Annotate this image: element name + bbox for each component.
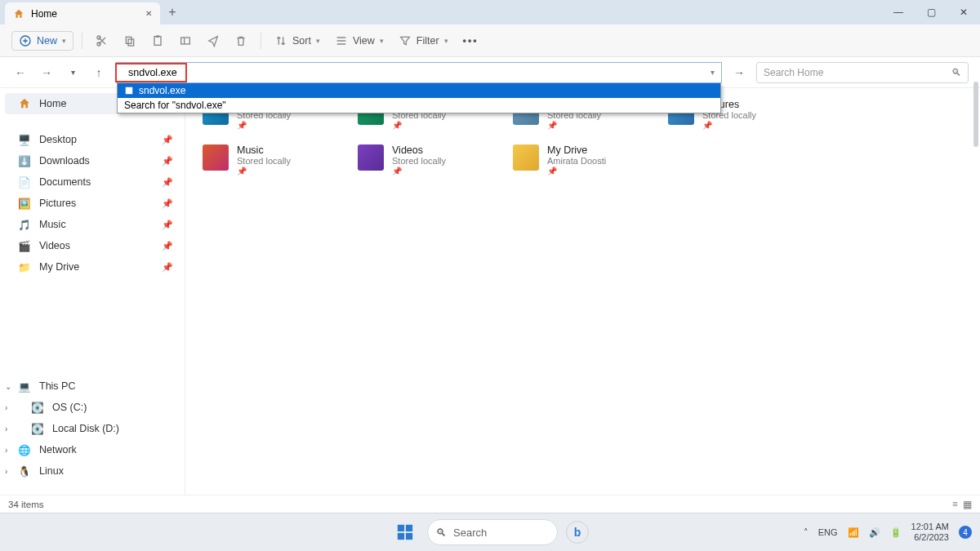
copy-button[interactable] <box>118 31 141 51</box>
filter-button[interactable]: Filter ▾ <box>394 31 453 51</box>
pin-icon: 📌 <box>162 156 173 167</box>
svg-rect-8 <box>126 87 132 94</box>
suggest-item-exe[interactable]: sndvol.exe <box>118 83 720 98</box>
suggest-item-search[interactable]: Search for "sndvol.exe" <box>118 98 720 113</box>
separator <box>261 33 261 49</box>
cut-button[interactable] <box>91 31 114 51</box>
search-box[interactable]: Search Home 🔍︎ <box>756 62 969 83</box>
trash-icon <box>234 34 247 47</box>
sort-button[interactable]: Sort ▾ <box>270 31 325 51</box>
drive-icon: 💽 <box>31 422 44 435</box>
sidebar-item-label: Linux <box>39 465 64 477</box>
sidebar-item-label: Music <box>39 219 66 230</box>
sidebar-this-pc-group: ⌄💻This PC ›💽OS (C:) ›💽Local Disk (D:) ›🌐… <box>0 375 185 482</box>
battery-icon[interactable]: 🔋 <box>890 527 902 538</box>
navigation-sidebar: Home 🖥️Desktop📌 ⬇️Downloads📌 📄Documents📌… <box>0 88 185 545</box>
pc-icon: 💻 <box>18 380 31 393</box>
sidebar-item-label: This PC <box>39 380 75 392</box>
close-window-button[interactable]: ✕ <box>947 0 980 24</box>
sidebar-item-label: Videos <box>39 240 70 251</box>
clock-date: 6/2/2023 <box>911 532 949 543</box>
start-button[interactable] <box>391 518 419 546</box>
pin-icon: 📌 <box>547 167 606 176</box>
sidebar-item-downloads[interactable]: ⬇️Downloads📌 <box>0 150 185 171</box>
svg-rect-10 <box>406 525 412 531</box>
paste-icon <box>151 34 164 47</box>
delete-button[interactable] <box>229 31 252 51</box>
title-bar: Home ✕ + — ▢ ✕ <box>0 0 980 24</box>
clock[interactable]: 12:01 AM 6/2/2023 <box>911 522 949 542</box>
folder-icon: 📁 <box>18 260 31 273</box>
filter-icon <box>399 34 412 47</box>
sidebar-item-drive-c[interactable]: ›💽OS (C:) <box>0 397 185 418</box>
up-button[interactable]: ↑ <box>90 64 108 82</box>
share-button[interactable] <box>202 31 225 51</box>
tab-home[interactable]: Home ✕ <box>5 2 160 24</box>
drive-icon: 💽 <box>31 401 44 414</box>
sort-icon <box>274 34 287 47</box>
language-indicator[interactable]: ENG <box>818 527 838 537</box>
new-button[interactable]: New ▾ <box>11 31 74 51</box>
plus-circle-icon <box>19 34 32 47</box>
notification-badge[interactable]: 4 <box>959 526 972 539</box>
tray-chevron-icon[interactable]: ˄ <box>804 527 808 538</box>
sidebar-item-drive-d[interactable]: ›💽Local Disk (D:) <box>0 418 185 439</box>
rename-button[interactable] <box>174 31 197 51</box>
sidebar-item-linux[interactable]: ›🐧Linux <box>0 460 185 482</box>
sort-label: Sort <box>292 35 311 47</box>
downloads-icon: ⬇️ <box>18 154 31 167</box>
address-bar[interactable]: ▾ sndvol.exe Search for "sndvol.exe" <box>116 62 722 83</box>
close-tab-icon[interactable]: ✕ <box>145 9 152 18</box>
sidebar-item-pictures[interactable]: 🖼️Pictures📌 <box>0 193 185 214</box>
forward-button[interactable]: → <box>38 64 56 82</box>
tab-title: Home <box>31 8 57 20</box>
sidebar-item-desktop[interactable]: 🖥️Desktop📌 <box>0 129 185 150</box>
sidebar-item-thispc[interactable]: ⌄💻This PC <box>0 375 185 397</box>
status-bar: 34 items ≡ ▦ <box>0 495 980 513</box>
pin-icon: 📌 <box>702 121 756 130</box>
pin-icon: 📌 <box>162 177 173 188</box>
tiles-view-button[interactable]: ▦ <box>963 499 972 510</box>
wifi-icon[interactable]: 📶 <box>848 527 859 538</box>
folder-item[interactable]: Videos Stored locally 📌 <box>355 142 491 178</box>
pin-icon: 📌 <box>392 121 446 130</box>
volume-icon[interactable]: 🔊 <box>869 527 880 538</box>
network-icon: 🌐 <box>18 443 31 456</box>
sidebar-item-label: Local Disk (D:) <box>52 423 119 434</box>
pin-icon: 📌 <box>162 135 173 145</box>
new-label: New <box>37 35 57 47</box>
sidebar-item-music[interactable]: 🎵Music📌 <box>0 214 185 235</box>
new-tab-button[interactable]: + <box>160 0 185 24</box>
view-button[interactable]: View ▾ <box>330 31 389 51</box>
taskbar-search-label: Search <box>453 527 487 539</box>
address-input[interactable] <box>123 67 261 78</box>
sidebar-item-documents[interactable]: 📄Documents📌 <box>0 171 185 193</box>
back-button[interactable]: ← <box>11 64 29 82</box>
chevron-right-icon: › <box>5 467 7 476</box>
recent-dropdown[interactable]: ▾ <box>64 64 82 82</box>
go-button[interactable]: → <box>730 66 748 79</box>
details-view-button[interactable]: ≡ <box>952 499 958 510</box>
pin-icon: 📌 <box>392 167 446 176</box>
paste-button[interactable] <box>146 31 169 51</box>
folder-item[interactable]: Music Stored locally 📌 <box>200 142 336 178</box>
folder-item[interactable]: My Drive Amirata Doosti 📌 <box>510 142 646 178</box>
sidebar-item-mydrive[interactable]: 📁My Drive📌 <box>0 256 185 278</box>
maximize-button[interactable]: ▢ <box>915 0 947 24</box>
folder-subtitle: Amirata Doosti <box>547 156 606 166</box>
chevron-down-icon[interactable]: ▾ <box>703 68 721 77</box>
taskbar-search[interactable]: 🔍︎ Search <box>427 519 558 545</box>
more-button[interactable]: ••• <box>458 32 483 50</box>
bing-button[interactable]: b <box>566 521 589 544</box>
minimize-button[interactable]: — <box>882 0 915 24</box>
copy-icon <box>123 34 136 47</box>
sidebar-item-videos[interactable]: 🎬Videos📌 <box>0 235 185 256</box>
sidebar-item-network[interactable]: ›🌐Network <box>0 439 185 460</box>
rename-icon <box>179 34 192 47</box>
sidebar-item-label: Documents <box>39 176 91 188</box>
pin-icon: 📌 <box>162 241 173 251</box>
sidebar-item-label: OS (C:) <box>52 402 87 413</box>
cut-icon <box>96 34 109 47</box>
sidebar-item-label: Downloads <box>39 155 90 167</box>
vertical-scrollbar[interactable] <box>973 82 978 147</box>
